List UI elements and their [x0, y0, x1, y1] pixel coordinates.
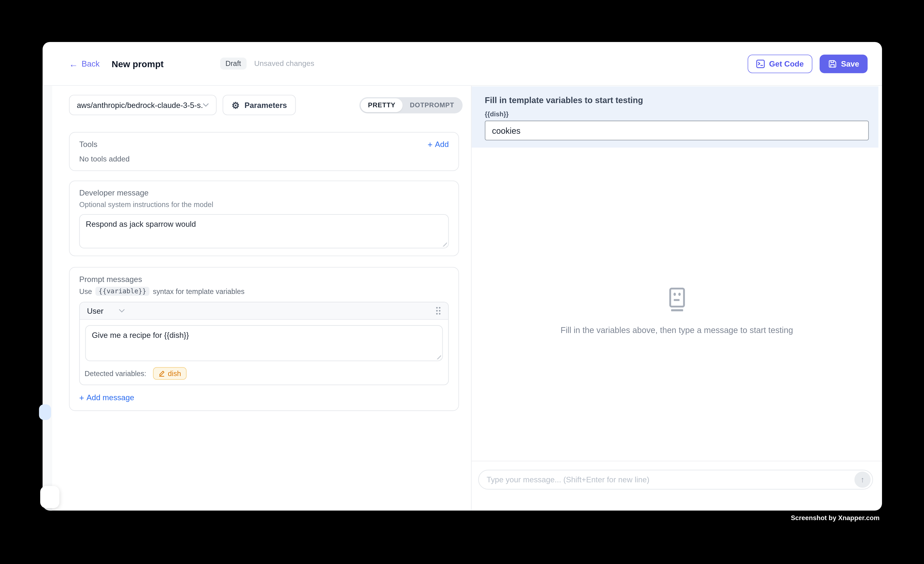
get-code-label: Get Code	[769, 59, 804, 68]
drag-handle-icon[interactable]	[435, 307, 441, 315]
empty-state-text: Fill in the variables above, then type a…	[561, 325, 793, 335]
message-role-select[interactable]: User	[87, 306, 104, 315]
variable-syntax-hint: Use {{variable}} syntax for template var…	[79, 287, 449, 296]
robot-face-icon	[666, 288, 688, 312]
user-message-textarea[interactable]: Give me a recipe for {{dish}}	[85, 325, 443, 361]
prompt-editor-panel: aws/anthropic/bedrock-claude-3-5-s... ⚙ …	[52, 86, 471, 511]
get-code-button[interactable]: Get Code	[748, 54, 812, 73]
chat-input-area: Type your message... (Shift+Enter for ne…	[472, 461, 882, 510]
toggle-pretty[interactable]: PRETTY	[361, 98, 403, 112]
toggle-dotprompt[interactable]: DOTPROMPT	[403, 98, 461, 112]
banner-title: Fill in template variables to start test…	[485, 95, 869, 105]
model-select[interactable]: aws/anthropic/bedrock-claude-3-5-s...	[69, 95, 217, 115]
message-body: Give me a recipe for {{dish}}	[80, 320, 448, 364]
floating-card-fragment	[40, 486, 59, 508]
chat-message-input[interactable]: Type your message... (Shift+Enter for ne…	[478, 470, 873, 489]
header: ← Back New prompt Draft Unsaved changes …	[43, 42, 882, 86]
app-window: ← Back New prompt Draft Unsaved changes …	[43, 42, 882, 510]
plus-icon: +	[79, 393, 84, 402]
editor-toolbar: aws/anthropic/bedrock-claude-3-5-s... ⚙ …	[69, 95, 459, 115]
chevron-down-icon[interactable]	[119, 309, 125, 312]
save-label: Save	[841, 59, 860, 68]
save-button[interactable]: Save	[819, 54, 868, 73]
tools-title: Tools	[79, 140, 98, 149]
add-tool-label: Add	[435, 140, 449, 149]
hint-prefix: Use	[79, 287, 92, 296]
model-select-value: aws/anthropic/bedrock-claude-3-5-s...	[77, 100, 203, 110]
parameters-label: Parameters	[244, 100, 287, 110]
send-message-button[interactable]: ↑	[855, 472, 871, 488]
chevron-down-icon	[203, 103, 209, 106]
code-terminal-icon	[756, 59, 765, 68]
save-floppy-icon	[828, 59, 837, 68]
message-header: User	[80, 302, 448, 320]
tools-empty-text: No tools added	[79, 155, 449, 163]
developer-message-subtitle: Optional system instructions for the mod…	[79, 200, 449, 209]
variable-chip-label: dish	[168, 369, 181, 378]
dish-variable-label: {{dish}}	[485, 111, 869, 118]
unsaved-changes-text: Unsaved changes	[254, 59, 314, 68]
draft-status-badge: Draft	[220, 57, 246, 69]
message-block: User	[79, 302, 449, 385]
dish-variable-input[interactable]	[485, 120, 869, 140]
collapsed-sidebar	[43, 86, 52, 511]
tools-card: Tools + Add No tools added	[69, 132, 459, 171]
page-title: New prompt	[111, 58, 164, 69]
parameters-button[interactable]: ⚙ Parameters	[223, 95, 296, 115]
back-label: Back	[82, 59, 100, 68]
prompt-messages-card: Prompt messages Use {{variable}} syntax …	[69, 267, 459, 411]
screenshot-stage: ← Back New prompt Draft Unsaved changes …	[0, 0, 924, 564]
arrow-left-icon: ←	[69, 59, 78, 68]
hint-suffix: syntax for template variables	[153, 287, 244, 296]
add-message-button[interactable]: + Add message	[79, 393, 449, 402]
view-mode-toggle: PRETTY DOTPROMPT	[360, 97, 463, 113]
variable-code-chip: {{variable}}	[96, 287, 149, 296]
sidebar-active-item[interactable]	[39, 404, 51, 420]
arrow-up-icon: ↑	[861, 475, 865, 484]
detected-variables-row: Detected variables: dish	[80, 363, 448, 384]
pencil-edit-icon	[158, 370, 165, 377]
template-variables-banner: Fill in template variables to start test…	[472, 86, 878, 147]
add-tool-button[interactable]: + Add	[428, 140, 449, 149]
back-button[interactable]: ← Back	[69, 59, 100, 68]
gear-icon: ⚙	[232, 100, 240, 110]
chat-empty-state: Fill in the variables above, then type a…	[472, 288, 882, 335]
variable-chip-dish[interactable]: dish	[153, 367, 186, 380]
plus-icon: +	[428, 140, 432, 148]
detected-variables-label: Detected variables:	[85, 369, 146, 378]
developer-message-textarea[interactable]: Respond as jack sparrow would	[79, 214, 449, 248]
add-message-label: Add message	[87, 393, 134, 402]
watermark-text: Screenshot by Xnapper.com	[791, 514, 880, 521]
test-panel: Fill in template variables to start test…	[471, 86, 882, 511]
developer-message-card: Developer message Optional system instru…	[69, 181, 459, 256]
developer-message-title: Developer message	[79, 188, 449, 197]
prompt-messages-title: Prompt messages	[79, 275, 449, 284]
chat-input-placeholder: Type your message... (Shift+Enter for ne…	[487, 475, 854, 484]
